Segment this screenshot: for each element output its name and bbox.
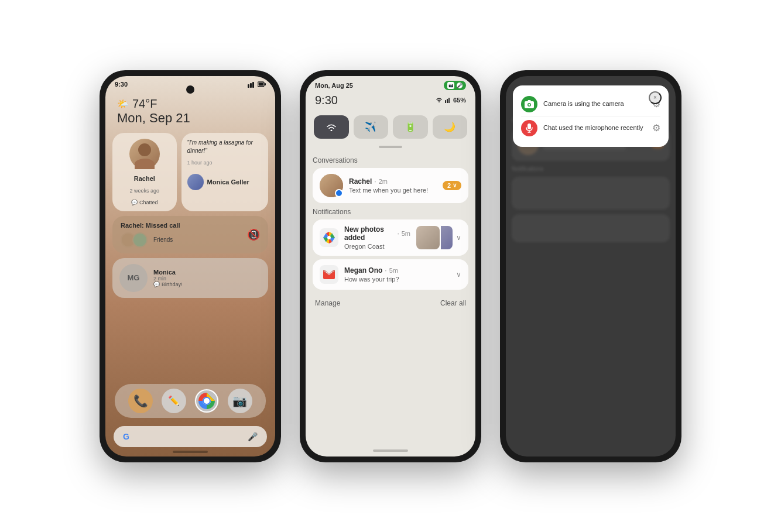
svg-point-15 — [330, 129, 332, 131]
weather-icon: 🌤️ — [117, 98, 129, 109]
monica-quote: "I'm making a lasagna for dinner!" — [187, 139, 262, 155]
mic-privacy-text: Chat used the microphone recently — [543, 123, 646, 132]
notif-time-row: 9:30 65% — [306, 92, 475, 112]
rachel-messenger-badge — [335, 189, 343, 197]
notif-signal: 65% — [436, 97, 466, 104]
monica-name: Monica — [153, 269, 183, 276]
monica-status: 💬 Birthday! — [153, 282, 183, 287]
rachel-avatar — [129, 139, 160, 169]
privacy-close-btn[interactable]: × — [649, 91, 662, 104]
moon-toggle[interactable]: 🌙 — [433, 115, 468, 139]
notification-screen: Mon, Aug 25 📷 🎤 9:30 — [306, 76, 475, 457]
mic-active-dot: 🎤 — [457, 83, 463, 88]
svg-rect-12 — [445, 100, 446, 103]
rachel-notif-avatar — [320, 174, 343, 197]
photos-notif-subtitle: Oregon Coast — [344, 243, 410, 250]
photos-thumb-2 — [441, 226, 453, 249]
battery-toggle[interactable]: 🔋 — [393, 115, 428, 139]
gmail-app-icon — [320, 265, 338, 284]
phone-dock-icon[interactable]: 📞 — [128, 389, 153, 413]
chrome-dock-icon[interactable] — [194, 389, 219, 413]
battery-icon — [258, 81, 266, 87]
friends-avatars — [121, 232, 148, 248]
rachel-notif-badge[interactable]: 2 ∨ — [443, 181, 461, 190]
signal-icon — [248, 81, 256, 88]
monica-widget[interactable]: MG Monica 2 min 💬 Birthday! — [112, 258, 268, 298]
gmail-expand-icon: ∨ — [456, 270, 461, 279]
drag-handle — [379, 146, 402, 148]
svg-text:🎤: 🎤 — [457, 83, 463, 88]
monica-sender: Monica Geller — [207, 179, 249, 186]
home-screen: 9:30 🌤️ — [105, 76, 275, 457]
status-icons — [248, 81, 266, 88]
missed-call-widget[interactable]: Rachel: Missed call Friends 📵 — [112, 216, 268, 253]
svg-rect-0 — [248, 84, 249, 88]
phone-1: 9:30 🌤️ — [100, 70, 281, 462]
rachel-notif-msg: Text me when you get here! — [349, 187, 437, 194]
svg-rect-1 — [250, 83, 252, 88]
photos-notif-time: 5m — [402, 230, 410, 237]
phone-2: Mon, Aug 25 📷 🎤 9:30 — [300, 70, 481, 462]
gmail-notif-content: Megan Ono · 5m How was your trip? — [344, 266, 450, 283]
status-time: 9:30 — [115, 81, 128, 88]
clear-all-btn[interactable]: Clear all — [440, 299, 466, 307]
svg-point-19 — [529, 104, 530, 105]
notes-dock-icon[interactable]: ✏️ — [162, 389, 186, 413]
monica-time: 2 min — [153, 276, 183, 282]
notif-status-bar: Mon, Aug 25 📷 🎤 — [306, 76, 475, 92]
wifi-status-icon — [436, 97, 443, 103]
weather-temp: 74°F — [132, 97, 157, 111]
svg-point-16 — [327, 236, 331, 239]
rachel-notif-name: Rachel — [349, 177, 372, 186]
gmail-notif-msg: How was your trip? — [344, 276, 450, 283]
monica-quote-time: 1 hour ago — [187, 160, 213, 166]
notif-footer: Manage Clear all — [313, 293, 468, 312]
camera-notch — [186, 85, 194, 94]
photos-notif-title: New photos added — [344, 225, 395, 242]
signal-status-icon — [445, 97, 451, 103]
notif-time: 9:30 — [315, 94, 338, 107]
widgets-area: Rachel 2 weeks ago 💬 Chatted "I'm making… — [105, 129, 275, 301]
camera-active-dot: 📷 — [447, 82, 454, 89]
mic-settings-icon[interactable]: ⚙ — [652, 122, 660, 133]
photos-notif-card[interactable]: New photos added · 5m Oregon Coast ∨ — [313, 219, 468, 256]
search-bar[interactable]: G 🎤 — [114, 426, 267, 447]
svg-rect-2 — [252, 82, 254, 88]
photos-thumb-1 — [416, 226, 440, 249]
rachel-widget[interactable]: Rachel 2 weeks ago 💬 Chatted — [112, 133, 177, 211]
rachel-conversation-card[interactable]: Rachel · 2m Text me when you get here! 2… — [313, 168, 468, 203]
photos-app-icon — [320, 228, 338, 247]
notifications-label: Notifications — [313, 208, 468, 216]
manage-btn[interactable]: Manage — [315, 299, 340, 307]
dock: 📞 ✏️ — [105, 378, 275, 424]
svg-rect-13 — [447, 99, 448, 103]
wifi-toggle[interactable] — [314, 115, 349, 139]
camera-app-privacy-icon — [521, 96, 537, 112]
rachel-name: Rachel — [134, 175, 155, 182]
rachel-status: 💬 Chatted — [131, 200, 158, 205]
monica-avatar-small — [187, 174, 204, 190]
monica-initials: MG — [119, 264, 148, 292]
conversations-label: Conversations — [313, 156, 468, 164]
monica-message-widget[interactable]: "I'm making a lasagna for dinner!" 1 hou… — [181, 133, 268, 211]
privacy-panel: × Camera is using the camera ⚙ — [513, 85, 669, 147]
mic-app-privacy-icon — [521, 120, 537, 136]
friend-avatar-2 — [132, 232, 148, 248]
notif-date: Mon, Aug 25 — [315, 82, 353, 89]
friends-label: Friends — [153, 236, 173, 243]
quick-toggles: ✈️ 🔋 🌙 — [306, 112, 475, 142]
home-indicator-1 — [173, 451, 208, 453]
active-indicator: 📷 🎤 — [444, 81, 466, 90]
camera-dock-icon[interactable]: 📷 — [228, 389, 252, 413]
airplane-toggle[interactable]: ✈️ — [354, 115, 389, 139]
camera-privacy-item: Camera is using the camera ⚙ — [521, 92, 660, 116]
missed-call-text: Rachel: Missed call — [121, 222, 180, 229]
gmail-notif-time: 5m — [389, 267, 398, 274]
gmail-notif-card[interactable]: Megan Ono · 5m How was your trip? ∨ — [313, 259, 468, 290]
photos-expand-icon: ∨ — [456, 234, 461, 242]
search-mic-icon[interactable]: 🎤 — [248, 432, 258, 441]
status-bar-1: 9:30 — [105, 76, 275, 90]
weather-widget: 🌤️ 74°F Mon, Sep 21 — [105, 90, 275, 129]
google-g: G — [123, 432, 129, 441]
expand-icon: ∨ — [453, 182, 457, 188]
